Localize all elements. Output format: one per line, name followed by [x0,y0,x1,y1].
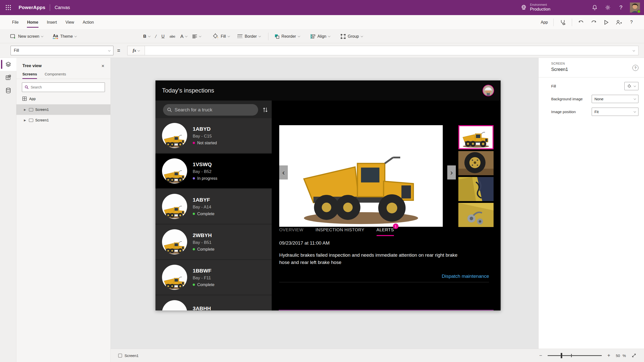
zoom-in-button[interactable]: + [607,353,610,358]
search-icon [25,85,29,89]
fx-dropdown[interactable]: fx [127,46,145,55]
tree-screen-item[interactable]: ▶ Screen1 [16,115,110,125]
strikethrough-button[interactable]: abc [167,31,178,41]
truck-id: 3ABHH [193,305,212,311]
border-button[interactable]: Border [235,31,263,41]
truck-list-item[interactable]: 3ABHH Bay - B09 [155,295,272,310]
bold-button[interactable]: B [141,31,152,41]
zoom-out-button[interactable]: − [539,353,542,358]
theme-button[interactable]: Aa Theme [50,31,79,41]
rail-tree-view-icon[interactable] [0,58,16,71]
continue-inspection-button[interactable]: CONTINUE INSPECTION [279,310,494,310]
truck-search-box[interactable] [163,104,258,116]
help-icon[interactable]: ? [626,17,637,27]
app-screen-preview[interactable]: Today's inspections [155,80,501,310]
text-align-button[interactable] [190,31,204,41]
waffle-menu-icon[interactable] [3,2,14,13]
truck-main-photo [279,125,443,227]
redo-icon[interactable] [588,17,599,27]
screen-icon [29,108,33,111]
app-checker-icon[interactable] [557,17,568,27]
expand-caret-icon[interactable]: ▶ [24,119,27,122]
environment-globe-icon [520,4,527,11]
current-screen-indicator[interactable]: Screen1 [118,353,139,358]
formula-expand-chevron[interactable] [633,49,635,52]
tree-item-app[interactable]: App [16,95,110,104]
detail-tab[interactable]: ALERTS 1 [377,228,394,235]
new-screen-button[interactable]: New screen [8,31,46,41]
settings-gear-icon[interactable] [601,0,614,15]
truck-id: 2WBYH [193,232,214,238]
truck-status: Complete [193,247,214,252]
zoom-value: 50 [616,353,620,358]
panel-help-icon[interactable]: ? [632,65,638,71]
truck-id: 1BBWF [193,268,214,274]
share-person-add-icon[interactable] [613,17,624,27]
truck-list-item[interactable]: 1VSWQ Bay - B52 In progress [155,154,272,188]
italic-button[interactable]: / [153,31,159,41]
thumbnail-wheel-closeup[interactable] [458,151,494,175]
font-color-button[interactable]: A [178,31,190,41]
menu-item[interactable]: Home [25,15,41,29]
formula-input[interactable] [145,46,638,55]
image-position-select[interactable]: Fit [592,108,638,116]
undo-icon[interactable] [576,17,587,27]
environment-picker[interactable]: Environment Production [520,3,550,12]
ribbon-toolbar: New screen Aa Theme B / U abc A [0,30,644,43]
group-button[interactable]: Group [338,31,365,41]
selected-control-type: SCREEN [551,62,639,65]
truck-photo [162,194,187,219]
expand-caret-icon[interactable]: ▶ [24,108,27,111]
thumbnail-truck-front[interactable] [458,125,494,149]
truck-status: Not started [193,141,217,145]
detail-tab[interactable]: INSPECTION HISTORY [315,228,364,235]
sort-icon[interactable] [262,107,268,113]
tree-search-box[interactable] [22,82,105,92]
truck-list-item[interactable]: 1BBWF Bay - F11 Complete [155,260,272,295]
property-select[interactable]: Fill [11,46,113,55]
rail-insert-icon[interactable] [0,71,16,84]
truck-photo [162,158,187,184]
close-icon[interactable]: × [101,63,104,68]
fill-color-picker[interactable] [624,82,638,90]
carousel-prev-icon[interactable]: ‹ [279,165,288,179]
zoom-slider[interactable] [548,355,602,356]
tree-screen-item[interactable]: ▶ Screen1 [16,104,110,115]
menu-item[interactable]: Action [80,15,96,29]
thumbnail-hydraulic-hoses[interactable] [458,177,494,201]
preview-play-icon[interactable] [601,17,612,27]
status-dot [193,284,195,286]
tree-tab[interactable]: Screens [22,72,37,79]
carousel-next-icon[interactable]: › [447,165,456,179]
truck-list-item[interactable]: 1ABYF Bay - A14 Complete [155,189,272,224]
help-icon[interactable]: ? [614,0,627,15]
background-image-select[interactable]: None [592,95,638,103]
app-button[interactable]: App [539,17,550,27]
thumbnail-hose-fittings[interactable] [458,203,494,227]
detail-tab[interactable]: OVERVIEW [279,228,303,235]
product-name[interactable]: PowerApps [19,5,45,10]
truck-bay: Bay - B52 [193,169,217,174]
truck-search-input[interactable] [175,107,254,113]
fill-button[interactable]: Fill [210,31,232,41]
truck-bay: Bay - B51 [193,240,214,245]
inspector-avatar[interactable] [482,85,494,96]
app-title: Today's inspections [162,87,214,94]
rail-data-sources-icon[interactable] [0,84,16,97]
menu-item[interactable]: Insert [44,15,59,29]
user-avatar[interactable] [630,3,640,13]
underline-button[interactable]: U [159,31,167,41]
presence-status-dot [637,10,641,13]
tree-search-input[interactable] [31,85,102,89]
align-button[interactable]: Align [308,31,333,41]
truck-list-item[interactable]: 1ABYD Bay - C15 Not started [155,118,272,153]
menu-item[interactable]: View [63,15,76,29]
truck-list-item[interactable]: 2WBYH Bay - B51 Complete [155,224,272,259]
reorder-button[interactable]: Reorder [272,31,302,41]
fit-to-window-icon[interactable] [631,353,636,358]
dispatch-maintenance-link[interactable]: Dispatch maintenance [442,274,489,279]
notifications-bell-icon[interactable] [588,0,601,15]
menu-item[interactable]: File [10,15,21,29]
zoom-slider-thumb[interactable] [561,353,562,358]
tree-tab[interactable]: Components [45,72,66,79]
